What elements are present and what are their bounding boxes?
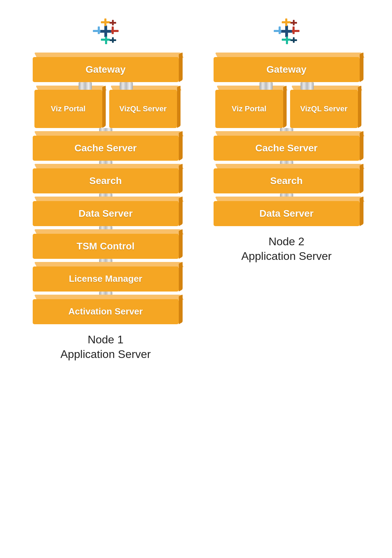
cache1-block: Cache Server xyxy=(33,136,179,161)
search1-label: Search xyxy=(89,175,122,187)
cache2-block: Cache Server xyxy=(214,136,360,161)
dataserver1-label: Data Server xyxy=(79,208,133,220)
cache2-label: Cache Server xyxy=(255,142,318,154)
vizportal2-label: Viz Portal xyxy=(232,104,266,114)
vizportal2-block: Viz Portal xyxy=(215,90,283,128)
svg-rect-13 xyxy=(110,39,116,41)
page-container: Gateway Viz Portal VizQL Serv xyxy=(0,7,392,368)
node2-label: Node 2 Application Server xyxy=(241,234,332,263)
svg-rect-1 xyxy=(100,30,112,33)
node2-column: Gateway Viz Portal VizQL Serv xyxy=(207,14,367,263)
gateway2-label: Gateway xyxy=(266,64,306,75)
svg-rect-21 xyxy=(282,39,291,41)
license1-label: License Manager xyxy=(69,273,142,284)
dataserver2-label: Data Server xyxy=(259,208,314,220)
svg-rect-27 xyxy=(290,39,297,41)
connector-left xyxy=(79,82,92,90)
vizql2-block: VizQL Server xyxy=(290,90,358,128)
vizportal1-label: Viz Portal xyxy=(51,104,86,114)
tsm1-label: TSM Control xyxy=(77,240,134,252)
svg-rect-9 xyxy=(93,30,101,32)
svg-rect-19 xyxy=(292,30,299,32)
search2-label: Search xyxy=(270,175,303,187)
svg-rect-3 xyxy=(101,21,110,23)
vizql1-label: VizQL Server xyxy=(119,104,167,114)
node1-logo xyxy=(88,14,123,49)
double-block-node2: Viz Portal VizQL Server xyxy=(214,90,360,128)
vizql1-block: VizQL Server xyxy=(109,90,177,128)
tsm1-block: TSM Control xyxy=(33,234,179,259)
node1-column: Gateway Viz Portal VizQL Serv xyxy=(26,14,186,361)
svg-rect-23 xyxy=(274,30,281,32)
svg-rect-5 xyxy=(111,30,119,32)
svg-rect-7 xyxy=(101,39,110,41)
node2-logo xyxy=(269,14,304,49)
search2-block: Search xyxy=(214,168,360,193)
gateway1-block: Gateway xyxy=(33,57,179,82)
cache1-label: Cache Server xyxy=(74,142,137,154)
license1-block: License Manager xyxy=(33,266,179,292)
connector-right xyxy=(120,82,133,90)
dataserver1-block: Data Server xyxy=(33,201,179,226)
activation1-block: Activation Server xyxy=(33,299,179,324)
dataserver2-block: Data Server xyxy=(214,201,360,226)
svg-rect-25 xyxy=(290,22,297,24)
svg-rect-11 xyxy=(110,22,116,24)
gateway1-label: Gateway xyxy=(86,64,126,75)
connector2-left xyxy=(259,82,273,90)
activation1-label: Activation Server xyxy=(69,306,143,317)
svg-rect-15 xyxy=(281,30,293,33)
svg-rect-17 xyxy=(282,21,291,23)
node1-label: Node 1 Application Server xyxy=(61,333,151,361)
gateway2-block: Gateway xyxy=(214,57,360,82)
connector2-right xyxy=(301,82,314,90)
double-block-node1: Viz Portal VizQL Server xyxy=(33,90,179,128)
search1-block: Search xyxy=(33,168,179,193)
vizql2-label: VizQL Server xyxy=(300,104,347,114)
vizportal1-block: Viz Portal xyxy=(34,90,102,128)
